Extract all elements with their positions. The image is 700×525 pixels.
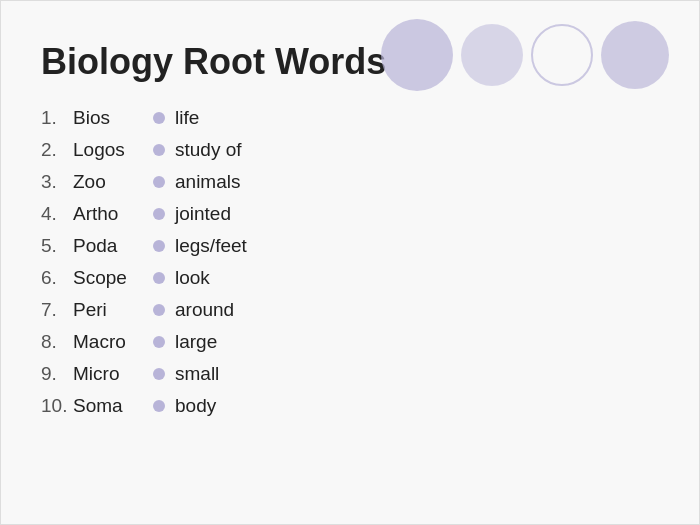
item-number: 5.	[41, 235, 73, 257]
list-item: 4.Arthojointed	[41, 203, 659, 225]
item-number: 1.	[41, 107, 73, 129]
list-item: 1.Bioslife	[41, 107, 659, 129]
item-definition: body	[175, 395, 216, 417]
item-definition: study of	[175, 139, 242, 161]
bullet-icon	[153, 304, 165, 316]
bullet-icon	[153, 368, 165, 380]
bullet-icon	[153, 208, 165, 220]
item-number: 8.	[41, 331, 73, 353]
item-definition: look	[175, 267, 210, 289]
bullet-icon	[153, 176, 165, 188]
item-definition: life	[175, 107, 199, 129]
bullet-icon	[153, 400, 165, 412]
item-definition: around	[175, 299, 234, 321]
bullet-icon	[153, 336, 165, 348]
item-number: 9.	[41, 363, 73, 385]
item-word: Zoo	[73, 171, 153, 193]
item-number: 4.	[41, 203, 73, 225]
bullet-icon	[153, 272, 165, 284]
bullet-icon	[153, 240, 165, 252]
list-item: 2.Logosstudy of	[41, 139, 659, 161]
list-item: 7.Periaround	[41, 299, 659, 321]
list-item: 10.Somabody	[41, 395, 659, 417]
list-item: 3.Zooanimals	[41, 171, 659, 193]
item-word: Artho	[73, 203, 153, 225]
circle-3	[531, 24, 593, 86]
item-word: Scope	[73, 267, 153, 289]
item-word: Bios	[73, 107, 153, 129]
item-definition: large	[175, 331, 217, 353]
circle-4	[601, 21, 669, 89]
item-number: 7.	[41, 299, 73, 321]
decorative-circles	[381, 19, 669, 91]
slide: Biology Root Words 1.Bioslife2.Logosstud…	[0, 0, 700, 525]
item-definition: animals	[175, 171, 240, 193]
item-number: 3.	[41, 171, 73, 193]
item-word: Soma	[73, 395, 153, 417]
item-word: Peri	[73, 299, 153, 321]
list-item: 8.Macrolarge	[41, 331, 659, 353]
item-word: Macro	[73, 331, 153, 353]
list-item: 5.Podalegs/feet	[41, 235, 659, 257]
list-item: 9.Microsmall	[41, 363, 659, 385]
item-word: Poda	[73, 235, 153, 257]
list-item: 6.Scopelook	[41, 267, 659, 289]
item-definition: jointed	[175, 203, 231, 225]
bullet-icon	[153, 112, 165, 124]
circle-1	[381, 19, 453, 91]
item-number: 6.	[41, 267, 73, 289]
item-definition: small	[175, 363, 219, 385]
circle-2	[461, 24, 523, 86]
item-word: Micro	[73, 363, 153, 385]
item-number: 10.	[41, 395, 73, 417]
item-number: 2.	[41, 139, 73, 161]
item-word: Logos	[73, 139, 153, 161]
bullet-icon	[153, 144, 165, 156]
root-words-list: 1.Bioslife2.Logosstudy of3.Zooanimals4.A…	[41, 107, 659, 417]
item-definition: legs/feet	[175, 235, 247, 257]
